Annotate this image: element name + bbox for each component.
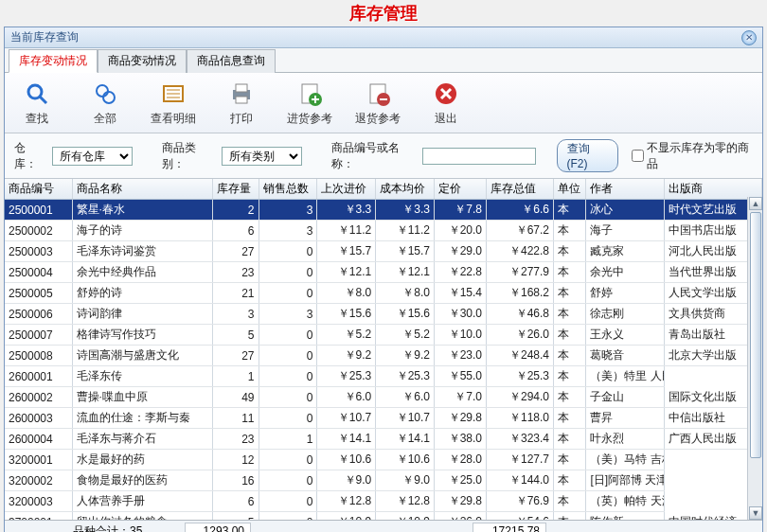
print-label: 打印 — [230, 111, 253, 127]
cell: 27 — [213, 346, 259, 366]
cell: ￥22.8 — [435, 262, 487, 283]
cell: 0 — [259, 262, 317, 283]
inref-button[interactable]: 进货参考 — [287, 79, 332, 127]
cell: 王永义 — [586, 325, 664, 346]
cell: 0 — [259, 387, 317, 408]
cell: ￥15.6 — [376, 304, 435, 325]
warehouse-select[interactable]: 所有仓库 — [52, 147, 133, 166]
vertical-scrollbar[interactable]: ▲ ▼ — [747, 197, 762, 520]
print-button[interactable]: 打印 — [219, 79, 264, 127]
category-label: 商品类别： — [162, 140, 216, 172]
table-row[interactable]: 2600002曹操·喋血中原490￥6.0￥6.0￥7.0￥294.0本子金山国… — [5, 387, 762, 408]
exit-button[interactable]: 退出 — [423, 79, 469, 127]
cell: ￥144.0 — [487, 470, 554, 491]
cell: 1 — [213, 366, 259, 387]
cell: 5 — [213, 512, 259, 521]
cell: ￥3.3 — [317, 200, 376, 221]
cell: [日]阿部博 天津教育出版 — [586, 470, 664, 491]
cell: 毛泽东与蒋介石 — [72, 429, 213, 450]
scroll-up-icon[interactable]: ▲ — [749, 197, 762, 210]
col-header[interactable]: 商品编号 — [5, 179, 72, 200]
cell: 曹昇 — [586, 408, 664, 429]
cell: 3700001 — [5, 512, 72, 521]
app-title: 库存管理 — [0, 0, 767, 27]
cell: ￥9.2 — [376, 346, 435, 366]
category-select[interactable]: 所有类别 — [222, 147, 302, 166]
cell: ￥15.7 — [317, 241, 376, 262]
cell: 3200001 — [5, 450, 72, 470]
table-row[interactable]: 2500005舒婷的诗210￥8.0￥8.0￥15.4￥168.2本舒婷人民文学… — [5, 283, 762, 304]
inventory-grid[interactable]: 商品编号商品名称库存量销售总数上次进价成本均价定价库存总值单位作者出版商 250… — [5, 179, 762, 520]
cell: 2500004 — [5, 262, 72, 283]
col-header[interactable]: 单位 — [554, 179, 586, 200]
hide-zero-checkbox[interactable] — [632, 150, 644, 162]
code-input[interactable] — [422, 148, 536, 165]
cell: ￥6.0 — [317, 387, 376, 408]
table-row[interactable]: 2600003流血的仕途：李斯与秦110￥10.7￥10.7￥29.8￥118.… — [5, 408, 762, 429]
close-icon[interactable]: ✕ — [741, 30, 757, 45]
cell: ￥9.2 — [317, 346, 376, 366]
retref-button[interactable]: 退货参考 — [355, 79, 401, 127]
tab-product-info[interactable]: 商品信息查询 — [187, 49, 276, 73]
cell: ￥14.1 — [376, 429, 435, 450]
table-row[interactable]: 2500006诗词韵律33￥15.6￥15.6￥30.0￥46.8本徐志刚文具供… — [5, 304, 762, 325]
cell: 葛晓音 — [586, 346, 664, 366]
table-row[interactable]: 2500007格律诗写作技巧50￥5.2￥5.2￥10.0￥26.0本王永义青岛… — [5, 325, 762, 346]
table-row[interactable]: 3200001水是最好的药120￥10.6￥10.6￥28.0￥127.7本（美… — [5, 450, 762, 470]
col-header[interactable]: 作者 — [586, 179, 664, 200]
cell: （美）特里 人民大学出版 — [586, 366, 664, 387]
cell: 12 — [213, 450, 259, 470]
cell: ￥30.0 — [435, 304, 487, 325]
cell: ￥29.8 — [435, 408, 487, 429]
tab-product-change[interactable]: 商品变动情况 — [98, 49, 187, 73]
cell: ￥26.0 — [435, 512, 487, 521]
cell: 徐志刚 — [586, 304, 664, 325]
cell: 2500003 — [5, 241, 72, 262]
cell: ￥67.2 — [487, 221, 554, 241]
cell: 格律诗写作技巧 — [72, 325, 213, 346]
cell: ￥11.2 — [376, 221, 435, 241]
cell: 本 — [554, 450, 586, 470]
col-header[interactable]: 库存总值 — [487, 179, 554, 200]
cell: 人体营养手册 — [72, 491, 213, 512]
all-button[interactable]: 全部 — [82, 79, 128, 127]
table-row[interactable]: 2500008诗国高潮与盛唐文化270￥9.2￥9.2￥23.0￥248.4本葛… — [5, 346, 762, 366]
cell: ￥8.0 — [317, 283, 376, 304]
cell: ￥277.9 — [487, 262, 554, 283]
cell: 2500001 — [5, 200, 72, 221]
all-label: 全部 — [94, 111, 116, 127]
cell: 本 — [554, 221, 586, 241]
col-header[interactable]: 库存量 — [213, 179, 259, 200]
col-header[interactable]: 销售总数 — [259, 179, 317, 200]
cell: ￥422.8 — [487, 241, 554, 262]
detail-button[interactable]: 查看明细 — [151, 79, 196, 127]
query-button[interactable]: 查询(F2) — [557, 139, 618, 172]
table-row[interactable]: 2600004毛泽东与蒋介石231￥14.1￥14.1￥38.0￥323.4本叶… — [5, 429, 762, 450]
print-icon — [226, 79, 257, 109]
cell: 留出你过冬的粮食 — [72, 512, 213, 521]
table-row[interactable]: 3700001留出你过冬的粮食50￥10.9￥10.9￥26.0￥54.6本陈作… — [5, 512, 762, 521]
scroll-thumb[interactable] — [750, 212, 761, 458]
table-row[interactable]: 3200002食物是最好的医药160￥9.0￥9.0￥25.0￥144.0本[日… — [5, 470, 762, 491]
table-row[interactable]: 3200003人体营养手册60￥12.8￥12.8￥29.8￥76.9本（英）帕… — [5, 491, 762, 512]
col-header[interactable]: 上次进价 — [317, 179, 376, 200]
cell: 本 — [554, 387, 586, 408]
table-row[interactable]: 2600001毛泽东传10￥25.3￥25.3￥55.0￥25.3本（美）特里 … — [5, 366, 762, 387]
col-header[interactable]: 定价 — [435, 179, 487, 200]
cell: 23 — [213, 262, 259, 283]
cell: ￥6.0 — [376, 387, 435, 408]
table-row[interactable]: 2500002海子的诗63￥11.2￥11.2￥20.0￥67.2本海子中国书店… — [5, 221, 762, 241]
find-button[interactable]: 查找 — [14, 79, 60, 127]
cell: ￥12.1 — [376, 262, 435, 283]
cell: 23 — [213, 429, 259, 450]
table-row[interactable]: 2500003毛泽东诗词鉴赏270￥15.7￥15.7￥29.0￥422.8本臧… — [5, 241, 762, 262]
tab-inventory-change[interactable]: 库存变动情况 — [9, 49, 98, 73]
cell: 2600004 — [5, 429, 72, 450]
cell: ￥10.0 — [435, 325, 487, 346]
col-header[interactable]: 成本均价 — [376, 179, 435, 200]
table-row[interactable]: 2500001繁星·春水23￥3.3￥3.3￥7.8￥6.6本冰心时代文艺出版 — [5, 200, 762, 221]
code-label: 商品编号或名称： — [331, 140, 417, 172]
table-row[interactable]: 2500004余光中经典作品230￥12.1￥12.1￥22.8￥277.9本余… — [5, 262, 762, 283]
scroll-down-icon[interactable]: ▼ — [749, 506, 762, 520]
col-header[interactable]: 商品名称 — [72, 179, 213, 200]
